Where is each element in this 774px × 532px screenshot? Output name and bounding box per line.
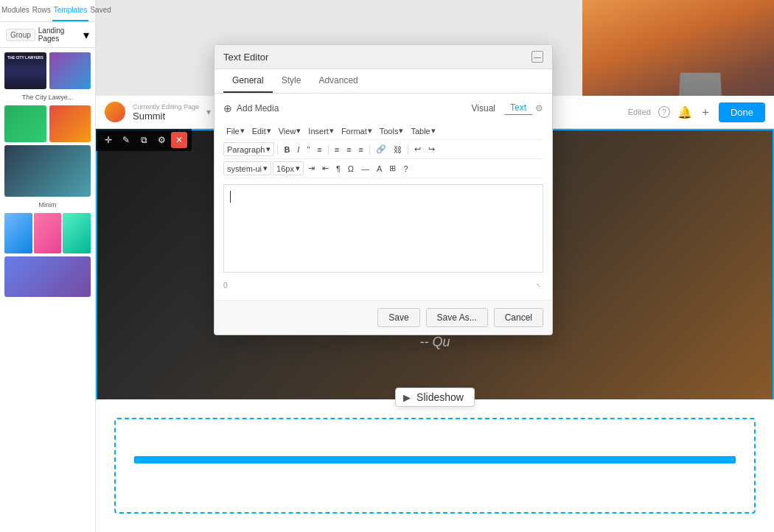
text-button[interactable]: Text [504,101,532,115]
font-size-dropdown[interactable]: 16px ▾ [273,161,304,175]
edit-chevron-icon: ▾ [267,126,271,136]
indent-button[interactable]: ⇥ [305,162,318,175]
italic-button[interactable]: I [294,144,302,155]
editor-area[interactable] [223,184,543,273]
align-center-button[interactable]: ≡ [344,144,354,155]
view-chevron-icon: ▾ [296,126,301,136]
paragraph-dropdown[interactable]: Paragraph ▾ [223,142,274,156]
special-chars-button[interactable]: ¶ [333,163,344,175]
unlink-button[interactable]: ⛓ [391,144,405,155]
add-media-label: Add Media [237,103,279,113]
help-button[interactable]: ? [400,163,411,175]
editor-bottom-row: 0 ⤡ [223,279,543,293]
text-editor-dialog: Text Editor — General Style Advanced ⊕ A… [214,44,553,335]
view-menu[interactable]: View ▾ [276,125,304,137]
dialog-title: Text Editor [223,52,268,63]
save-as-button[interactable]: Save As... [426,308,488,327]
tab-style[interactable]: Style [273,69,310,93]
table-chevron-icon: ▾ [431,126,436,136]
editor-cursor [230,191,231,203]
tab-general[interactable]: General [223,69,273,93]
tools-chevron-icon: ▾ [399,126,403,136]
toolbar-separator-1 [277,144,278,155]
format-menu[interactable]: Format ▾ [338,125,375,137]
tools-menu[interactable]: Tools ▾ [377,125,407,137]
paragraph-chevron-icon: ▾ [266,144,271,154]
hr-button[interactable]: — [358,163,372,175]
menu-toolbar-row: File ▾ Edit ▾ View ▾ Insert ▾ Format ▾ [223,122,543,140]
font-toolbar-row: system-ui ▾ 16px ▾ ⇥ ⇤ ¶ Ω — A ⊞ ? [223,159,543,178]
font-family-chevron-icon: ▾ [263,164,268,173]
bold-button[interactable]: B [281,144,293,155]
color-button[interactable]: A [374,163,385,175]
align-right-button[interactable]: ≡ [356,144,366,155]
char-count: 0 [223,281,228,290]
insert-menu[interactable]: Insert ▾ [305,125,337,137]
format-chevron-icon: ▾ [368,126,372,136]
toolbar-separator-2 [328,144,329,155]
cancel-button[interactable]: Cancel [494,308,543,327]
toolbar-separator-4 [408,144,408,155]
table-insert-button[interactable]: ⊞ [386,162,399,175]
add-media-icon: ⊕ [223,102,232,114]
dialog-minimize-button[interactable]: — [531,51,543,63]
undo-button[interactable]: ↩ [411,143,424,155]
visual-text-switcher: Visual Text ⚙ [466,101,543,115]
file-chevron-icon: ▾ [240,126,245,136]
font-family-dropdown[interactable]: system-ui ▾ [223,161,271,175]
list-button[interactable]: ≡ [314,144,324,155]
dialog-overlay: Text Editor — General Style Advanced ⊕ A… [0,0,774,532]
edit-menu[interactable]: Edit ▾ [249,125,274,137]
dialog-titlebar: Text Editor — [215,45,552,69]
link-button[interactable]: 🔗 [373,143,389,155]
settings-gear-icon[interactable]: ⚙ [535,103,543,113]
add-media-row: ⊕ Add Media Visual Text ⚙ [223,101,543,115]
blockquote-button[interactable]: " [304,144,313,155]
toolbar-separator-3 [369,144,370,155]
insert-chevron-icon: ▾ [330,126,334,136]
add-media-button[interactable]: ⊕ Add Media [223,102,279,114]
redo-button[interactable]: ↪ [425,143,438,155]
file-menu[interactable]: File ▾ [223,125,248,137]
dialog-footer: Save Save As... Cancel [215,300,552,335]
format-toolbar-row: Paragraph ▾ B I " ≡ ≡ ≡ ≡ 🔗 ⛓ ↩ ↪ [223,140,543,159]
dialog-tabs: General Style Advanced [215,69,552,94]
symbol-button[interactable]: Ω [345,163,357,175]
save-button[interactable]: Save [377,308,419,327]
font-size-chevron-icon: ▾ [296,164,300,173]
visual-button[interactable]: Visual [466,102,501,115]
outdent-button[interactable]: ⇤ [319,162,332,175]
align-left-button[interactable]: ≡ [332,144,342,155]
table-menu[interactable]: Table ▾ [408,125,438,137]
dialog-body: ⊕ Add Media Visual Text ⚙ File ▾ Edit ▾ [215,94,552,300]
tab-advanced[interactable]: Advanced [310,69,366,93]
resize-handle-icon[interactable]: ⤡ [536,282,543,290]
